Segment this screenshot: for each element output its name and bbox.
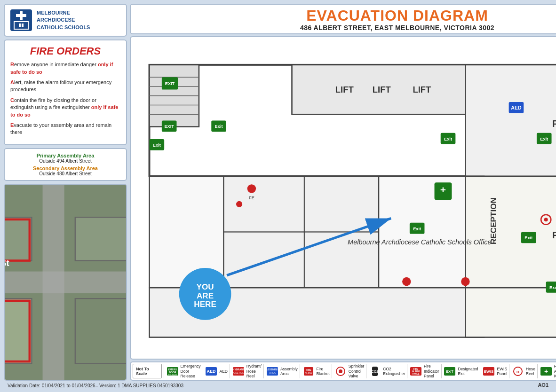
legend-divider-1 bbox=[164, 364, 164, 378]
logo-text: MELBOURNE ARCHDIOCESE CATHOLIC SCHOOLS bbox=[37, 9, 90, 31]
svg-point-122 bbox=[339, 369, 342, 373]
legend-divider-2 bbox=[203, 364, 203, 378]
fire-order-a: Alert, raise the alarm follow your emerg… bbox=[10, 79, 120, 94]
fire-orders-title: FIRE ORDERS bbox=[10, 45, 120, 57]
svg-text:FE: FE bbox=[249, 196, 254, 200]
legend-aed: AED AED bbox=[205, 364, 227, 378]
legend-divider-3 bbox=[230, 364, 230, 378]
legend-exit: EXIT DesignatedExit bbox=[443, 364, 478, 378]
svg-rect-7 bbox=[5, 271, 126, 293]
svg-text:LIFT: LIFT bbox=[413, 85, 431, 94]
svg-rect-9 bbox=[5, 217, 32, 260]
svg-rect-43 bbox=[224, 176, 304, 232]
svg-point-77 bbox=[461, 277, 469, 286]
legend-emergency-release: EMERGDOORRELEASE Emergency DoorRelease bbox=[166, 364, 201, 378]
svg-text:ASSEMBLY: ASSEMBLY bbox=[266, 368, 279, 371]
legend-divider-12 bbox=[537, 364, 538, 378]
legend-ewis: EWIS EWISPanel bbox=[482, 364, 507, 378]
legend-divider-7 bbox=[366, 364, 366, 378]
legend-hose: H HoseReel bbox=[511, 364, 535, 378]
svg-point-89 bbox=[236, 201, 242, 207]
floor-plan-svg: LIFT LIFT LIFT RECEPTION bbox=[131, 37, 556, 359]
fire-order-r: Remove anyone in immediate danger only i… bbox=[10, 61, 120, 76]
svg-text:AREA: AREA bbox=[269, 371, 276, 374]
right-panel: EVACUATION DIAGRAM 486 ALBERT STREET, EA… bbox=[130, 4, 556, 381]
left-panel: MELBOURNE ARCHDIOCESE CATHOLIC SCHOOLS F… bbox=[4, 4, 127, 381]
svg-rect-12 bbox=[75, 298, 126, 363]
diagram-title: EVACUATION DIAGRAM bbox=[133, 8, 556, 24]
legend-bar: Not To Scale EMERGDOORRELEASE Emergency … bbox=[130, 361, 556, 381]
svg-text:EWIS: EWIS bbox=[484, 369, 494, 374]
svg-rect-11 bbox=[75, 217, 126, 260]
svg-point-76 bbox=[402, 277, 411, 286]
svg-text:EXIT: EXIT bbox=[164, 124, 174, 129]
svg-text:Exit: Exit bbox=[215, 124, 223, 129]
svg-text:RELEASE: RELEASE bbox=[168, 374, 177, 376]
legend-co2: CO2 CO2Extinguisher bbox=[368, 364, 405, 378]
secondary-assembly-label: Secondary Assembly Area bbox=[10, 165, 120, 171]
svg-rect-45 bbox=[304, 176, 379, 232]
legend-hydrant: HYDRANTHOSE REEL Hydrant/Hose Reel bbox=[232, 364, 262, 378]
svg-point-74 bbox=[247, 184, 256, 193]
legend-assembly: ASSEMBLYAREA AssemblyArea bbox=[266, 364, 298, 378]
fire-order-c: Contain the fire by closing the door or … bbox=[10, 97, 120, 118]
svg-rect-47 bbox=[465, 176, 556, 288]
svg-text:486 Albert St: 486 Albert St bbox=[5, 258, 9, 268]
svg-rect-2 bbox=[16, 14, 26, 17]
svg-text:H: H bbox=[516, 370, 519, 374]
svg-text:+: + bbox=[440, 184, 446, 195]
svg-text:EXIT: EXIT bbox=[446, 370, 454, 373]
svg-rect-51 bbox=[465, 288, 556, 337]
legend-divider-6 bbox=[332, 364, 332, 378]
legend-fip: FIREALARMPANEL FireIndicatorPanel bbox=[409, 364, 439, 378]
svg-text:BLANK: BLANK bbox=[304, 372, 312, 375]
svg-rect-5 bbox=[22, 24, 24, 27]
primary-assembly-addr: Outside 494 Albert Street bbox=[10, 158, 120, 164]
legend-divider-5 bbox=[300, 364, 300, 378]
legend-divider-4 bbox=[263, 364, 264, 378]
fire-orders-box: FIRE ORDERS Remove anyone in immediate d… bbox=[4, 39, 127, 145]
svg-text:AED: AED bbox=[511, 105, 522, 110]
svg-text:FIRE: FIRE bbox=[306, 368, 311, 371]
legend-divider-9 bbox=[441, 364, 442, 378]
svg-text:FOYER: FOYER bbox=[552, 229, 556, 240]
svg-text:RECEPTION: RECEPTION bbox=[552, 118, 556, 129]
legend-divider-10 bbox=[480, 364, 480, 378]
svg-text:HERE: HERE bbox=[194, 300, 216, 309]
legend-divider-8 bbox=[407, 364, 407, 378]
svg-rect-8 bbox=[43, 185, 64, 380]
aerial-map: 486 Albert St 1 2 A A bbox=[4, 184, 127, 381]
footer-bar: Validation Date: 01/04/2021 to 01/04/202… bbox=[4, 381, 552, 388]
svg-text:Exit: Exit bbox=[444, 137, 452, 141]
svg-text:EXIT: EXIT bbox=[165, 82, 175, 86]
legend-divider-11 bbox=[509, 364, 509, 378]
svg-text:Exit: Exit bbox=[540, 137, 548, 141]
svg-rect-31 bbox=[465, 65, 556, 176]
svg-text:PANEL: PANEL bbox=[413, 373, 420, 375]
svg-text:+: + bbox=[544, 368, 548, 375]
diagram-header: EVACUATION DIAGRAM 486 ALBERT STREET, EA… bbox=[130, 4, 556, 34]
legend-sprinkler: SprinklerControlValve bbox=[334, 364, 365, 378]
aerial-map-image: 486 Albert St 1 2 A A bbox=[5, 185, 126, 380]
scale-note: Not To Scale bbox=[133, 364, 162, 378]
svg-text:Exit: Exit bbox=[413, 227, 421, 231]
svg-text:AED: AED bbox=[207, 369, 216, 374]
svg-point-96 bbox=[544, 218, 548, 221]
svg-text:YOU: YOU bbox=[197, 282, 214, 291]
svg-text:HOSE REEL: HOSE REEL bbox=[232, 371, 245, 374]
svg-rect-4 bbox=[19, 24, 21, 27]
svg-text:Exit: Exit bbox=[549, 285, 556, 290]
svg-text:Exit: Exit bbox=[153, 143, 161, 148]
logo-box: MELBOURNE ARCHDIOCESE CATHOLIC SCHOOLS bbox=[4, 4, 127, 37]
fire-order-e: Evacuate to your assembly area and remai… bbox=[10, 122, 120, 136]
svg-rect-10 bbox=[5, 298, 32, 363]
page-container: MELBOURNE ARCHDIOCESE CATHOLIC SCHOOLS F… bbox=[0, 0, 556, 392]
svg-text:LIFT: LIFT bbox=[335, 85, 354, 94]
assembly-box: Primary Assembly Area Outside 494 Albert… bbox=[4, 148, 127, 181]
legend-fire-blanket: FIREBLANK FireBlanket bbox=[302, 364, 330, 378]
diagram-address: 486 ALBERT STREET, EAST MELBOURNE, VICTO… bbox=[133, 24, 556, 31]
svg-text:CO2: CO2 bbox=[372, 370, 379, 373]
main-content: MELBOURNE ARCHDIOCESE CATHOLIC SCHOOLS F… bbox=[4, 4, 552, 381]
svg-text:Melbourne Archdiocese Catholic: Melbourne Archdiocese Catholic Schools O… bbox=[348, 238, 491, 246]
svg-text:LIFT: LIFT bbox=[373, 85, 391, 94]
